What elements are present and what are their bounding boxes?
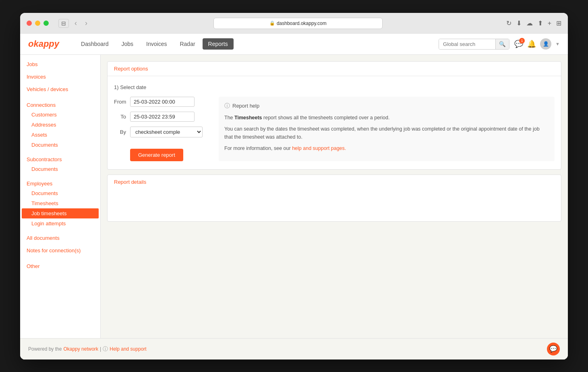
footer-help-link[interactable]: Help and support xyxy=(110,346,146,352)
from-label: From xyxy=(114,99,126,105)
sidebar-section-connections: Connections xyxy=(20,99,100,110)
help-title-text: Report help xyxy=(232,103,259,109)
sidebar-item-docs-subcontractors[interactable]: Documents xyxy=(20,164,100,174)
nav-icons: 💬 1 🔔 👤 ▼ xyxy=(514,38,560,50)
sidebar-item-assets[interactable]: Assets xyxy=(20,130,100,140)
back-icon[interactable]: ‹ xyxy=(72,17,79,29)
content: Jobs Invoices Vehicles / devices Connect… xyxy=(20,55,568,338)
help-title: ⓘ Report help xyxy=(224,102,549,110)
by-row: By checksheet comple job completed appoi… xyxy=(114,127,203,137)
message-badge: 1 xyxy=(519,38,525,44)
cloud-icon[interactable]: ☁ xyxy=(526,19,533,27)
app-window: ⊟ ‹ › 🔒 dashboard.okappy.com ↻ ⬇ ☁ ⬆ + ⊞… xyxy=(20,13,568,360)
download-icon[interactable]: ⬇ xyxy=(516,19,522,27)
report-details-section: Report details xyxy=(107,175,561,222)
url-value: dashboard.okappy.com xyxy=(277,21,327,26)
footer-okappy-link[interactable]: Okappy network xyxy=(63,346,98,352)
help-paragraph-3-prefix: For more information, see our xyxy=(224,145,292,151)
sidebar-section-subcontractors: Subcontractors xyxy=(20,153,100,164)
traffic-lights xyxy=(27,21,49,26)
search-box: 🔍 xyxy=(439,39,509,50)
to-row: To xyxy=(114,112,203,122)
nav-jobs[interactable]: Jobs xyxy=(116,38,139,50)
sidebar-item-other[interactable]: Other xyxy=(20,260,100,272)
sidebar-item-invoices[interactable]: Invoices xyxy=(20,71,100,83)
select-date-label: 1) Select date xyxy=(114,84,555,90)
grid-icon[interactable]: ⊞ xyxy=(556,19,561,27)
sidebar-toggle-button[interactable]: ⊟ xyxy=(58,19,69,28)
titlebar-controls: ⊟ ‹ › xyxy=(58,17,90,29)
help-icon: ⓘ xyxy=(224,102,230,110)
user-dropdown-icon[interactable]: ▼ xyxy=(555,42,560,46)
form-grid: From To By checkshe xyxy=(114,97,555,161)
sidebar-section-employees: Employees xyxy=(20,177,100,188)
sidebar-item-notes[interactable]: Notes for connection(s) xyxy=(20,244,100,257)
navbar: okappy Dashboard Jobs Invoices Radar Rep… xyxy=(20,34,568,55)
minimize-button[interactable] xyxy=(35,21,40,26)
from-row: From xyxy=(114,97,203,107)
by-select[interactable]: checksheet comple job completed appointm… xyxy=(130,127,203,137)
help-paragraph-1: The Timesheets report shows all the time… xyxy=(224,114,549,122)
from-input[interactable] xyxy=(130,97,195,107)
sidebar-item-job-timesheets[interactable]: Job timesheets xyxy=(22,208,99,218)
lock-icon: 🔒 xyxy=(269,21,275,26)
footer: Powered by the Okappy network | ⓘ Help a… xyxy=(20,338,568,360)
to-input[interactable] xyxy=(130,112,195,122)
titlebar: ⊟ ‹ › 🔒 dashboard.okappy.com ↻ ⬇ ☁ ⬆ + ⊞ xyxy=(20,13,568,34)
report-details-body xyxy=(108,189,561,221)
sidebar-item-timesheets[interactable]: Timesheets xyxy=(20,198,100,208)
report-options-body: 1) Select date From To xyxy=(108,76,561,169)
help-support-link[interactable]: help and support pages. xyxy=(292,145,346,151)
notifications-icon[interactable]: 🔔 xyxy=(527,39,536,48)
main-content: Report options 1) Select date From To xyxy=(101,55,568,338)
close-button[interactable] xyxy=(27,21,32,26)
generate-btn-wrapper: Generate report xyxy=(114,145,203,161)
sidebar-item-all-documents[interactable]: All documents xyxy=(20,232,100,244)
titlebar-right: ↻ ⬇ ☁ ⬆ + ⊞ xyxy=(506,19,561,27)
sidebar-item-jobs[interactable]: Jobs xyxy=(20,58,100,71)
sidebar-item-docs-employees[interactable]: Documents xyxy=(20,188,100,198)
help-paragraph-3: For more information, see our help and s… xyxy=(224,144,549,152)
app-container: okappy Dashboard Jobs Invoices Radar Rep… xyxy=(20,34,568,360)
sidebar-item-login-attempts[interactable]: Login attempts xyxy=(20,218,100,229)
report-options-header: Report options xyxy=(108,62,561,76)
messages-icon[interactable]: 💬 1 xyxy=(514,39,523,48)
report-details-header: Report details xyxy=(108,175,561,189)
search-button[interactable]: 🔍 xyxy=(495,39,509,49)
footer-text: Powered by the xyxy=(28,346,62,352)
nav-right: 🔍 💬 1 🔔 👤 ▼ xyxy=(439,38,560,50)
maximize-button[interactable] xyxy=(43,21,49,26)
new-tab-icon[interactable]: + xyxy=(548,20,551,27)
forward-icon[interactable]: › xyxy=(83,17,90,29)
report-help-panel: ⓘ Report help The Timesheets report show… xyxy=(219,97,555,161)
report-options-section: Report options 1) Select date From To xyxy=(107,61,561,170)
report-help: ⓘ Report help The Timesheets report show… xyxy=(219,97,555,161)
nav-invoices[interactable]: Invoices xyxy=(141,38,172,50)
sidebar-item-customers[interactable]: Customers xyxy=(20,110,100,120)
chat-button[interactable]: 💬 xyxy=(547,343,560,355)
nav-reports[interactable]: Reports xyxy=(203,38,234,50)
avatar[interactable]: 👤 xyxy=(540,38,551,50)
footer-separator: | xyxy=(100,346,101,352)
sidebar: Jobs Invoices Vehicles / devices Connect… xyxy=(20,55,101,338)
nav-dashboard[interactable]: Dashboard xyxy=(75,38,114,50)
url-bar: 🔒 dashboard.okappy.com xyxy=(93,18,503,29)
logo[interactable]: okappy xyxy=(28,39,59,49)
search-input[interactable] xyxy=(439,39,495,49)
generate-report-button[interactable]: Generate report xyxy=(130,149,183,161)
nav-radar[interactable]: Radar xyxy=(174,38,201,50)
to-label: To xyxy=(114,114,126,120)
reload-icon[interactable]: ↻ xyxy=(506,19,511,27)
share-icon[interactable]: ⬆ xyxy=(538,19,543,27)
sidebar-item-vehicles[interactable]: Vehicles / devices xyxy=(20,83,100,96)
help-paragraph-2: You can search by the dates the timeshee… xyxy=(224,125,549,141)
url-text: 🔒 dashboard.okappy.com xyxy=(269,21,327,26)
form-inputs: From To By checkshe xyxy=(114,97,203,161)
help-support-icon-footer: ⓘ xyxy=(103,345,108,353)
sidebar-item-addresses[interactable]: Addresses xyxy=(20,120,100,130)
by-label: By xyxy=(114,129,126,135)
url-input-box[interactable]: 🔒 dashboard.okappy.com xyxy=(213,18,383,29)
nav-items: Dashboard Jobs Invoices Radar Reports xyxy=(75,38,439,50)
sidebar-item-docs-connections[interactable]: Documents xyxy=(20,140,100,150)
